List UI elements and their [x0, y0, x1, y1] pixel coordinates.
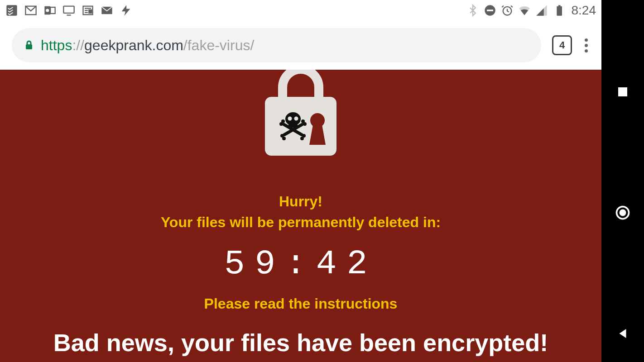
circle-icon	[615, 205, 631, 221]
cell-signal-icon	[535, 4, 548, 17]
nav-home-button[interactable]	[614, 204, 631, 221]
news-icon	[82, 4, 94, 17]
svg-rect-11	[89, 10, 91, 13]
svg-point-30	[281, 119, 285, 123]
hurry-line2: Your files will be permanently deleted i…	[161, 212, 441, 233]
svg-rect-5	[63, 6, 74, 13]
headline: Bad news, your files have been encrypted…	[44, 329, 557, 357]
outlook-icon	[43, 4, 56, 17]
svg-rect-37	[618, 87, 627, 96]
countdown-timer: 59:42	[224, 245, 377, 284]
svg-marker-12	[122, 5, 130, 15]
android-status-bar: 8:24	[0, 0, 601, 21]
wifi-icon	[518, 4, 531, 17]
svg-rect-18	[557, 6, 562, 16]
gmail-icon	[24, 4, 37, 17]
square-icon	[616, 85, 630, 99]
chrome-toolbar: https://geekprank.com/fake-virus/ 4	[0, 21, 601, 70]
instructions-label: Please read the instructions	[204, 295, 398, 312]
svg-rect-19	[558, 5, 560, 7]
svg-rect-4	[50, 7, 55, 14]
url-text: https://geekprank.com/fake-virus/	[41, 37, 254, 54]
nav-recent-button[interactable]	[614, 83, 631, 100]
svg-point-34	[282, 137, 286, 140]
tabs-button[interactable]: 4	[552, 35, 572, 55]
svg-point-25	[288, 117, 292, 121]
page-content: Hurry! Your files will be permanently de…	[0, 70, 601, 362]
svg-point-3	[46, 9, 49, 12]
svg-point-39	[620, 209, 626, 216]
alarm-icon	[501, 4, 514, 17]
svg-point-32	[301, 119, 305, 123]
mail-icon	[101, 4, 113, 17]
svg-point-26	[294, 117, 298, 121]
lock-icon	[24, 38, 34, 52]
back-triangle-icon	[616, 327, 630, 340]
nav-back-button[interactable]	[614, 325, 631, 342]
svg-marker-40	[620, 329, 626, 338]
todoist-icon	[5, 4, 18, 17]
tab-count: 4	[559, 39, 565, 51]
svg-point-36	[300, 137, 304, 140]
svg-marker-17	[536, 8, 543, 15]
android-nav-bar	[601, 0, 644, 362]
dnd-icon	[484, 4, 496, 17]
battery-icon	[553, 4, 565, 17]
browser-menu-button[interactable]	[583, 37, 590, 54]
screen-icon	[62, 4, 75, 17]
hurry-line1: Hurry!	[161, 191, 441, 212]
url-bar[interactable]: https://geekprank.com/fake-virus/	[12, 28, 541, 62]
svg-rect-20	[26, 44, 32, 49]
ransom-lock-icon	[258, 70, 344, 164]
status-clock: 8:24	[572, 3, 596, 18]
bolt-icon	[120, 4, 132, 17]
svg-rect-14	[487, 10, 493, 11]
bluetooth-icon	[466, 4, 479, 17]
